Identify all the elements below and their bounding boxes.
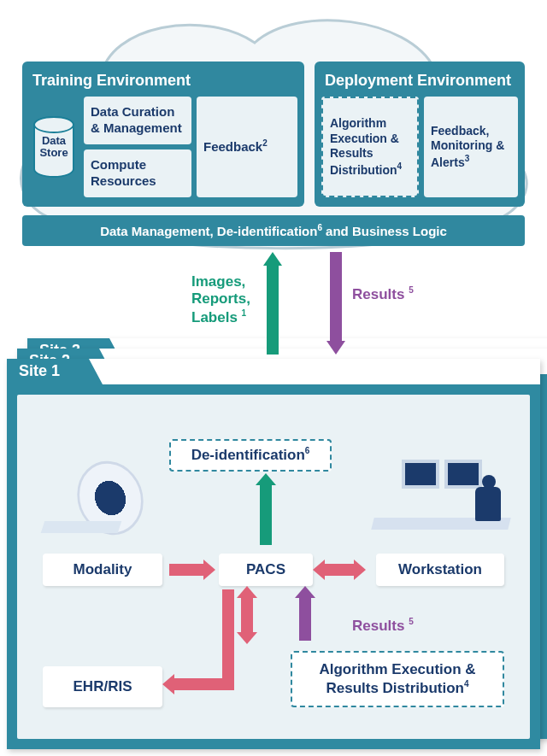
data-curation-card: Data Curation & Management: [84, 97, 191, 144]
pacs-to-ehr-arrow-vert-icon: [222, 589, 234, 682]
pacs-workstation-arrow-icon: [323, 564, 356, 576]
feedback-monitoring-alerts-label: Feedback, Monitoring & Alerts3: [431, 124, 511, 170]
modality-node: Modality: [43, 554, 162, 586]
training-feedback-label: Feedback2: [203, 138, 268, 155]
de-identification-label: De-identification6: [191, 446, 310, 464]
modality-to-pacs-arrow-icon: [169, 564, 205, 576]
algoexec-to-pacs-arrow-icon: [299, 596, 311, 641]
algorithm-execution-cloud-card: Algorithm Execution & Results Distributi…: [321, 97, 419, 197]
workstation-illustration-icon: [373, 446, 509, 548]
workstation-label: Workstation: [398, 561, 482, 578]
algorithm-execution-site-label: Algorithm Execution & Results Distributi…: [296, 661, 499, 696]
workstation-node: Workstation: [376, 554, 504, 586]
algorithm-execution-cloud-label: Algorithm Execution & Results Distributi…: [330, 116, 410, 178]
compute-resources-label: Compute Resources: [91, 157, 185, 190]
pacs-algoexec-arrow-icon: [241, 596, 253, 634]
upload-flow-label: Images, Reports, Labels 1: [191, 273, 268, 326]
deployment-environment-title: Deployment Environment: [321, 68, 518, 97]
algorithm-execution-site-node: Algorithm Execution & Results Distributi…: [291, 651, 504, 707]
results-flow-label: Results 5: [352, 285, 414, 303]
pacs-label: PACS: [246, 561, 285, 578]
training-environment-title: Training Environment: [29, 68, 297, 97]
compute-resources-card: Compute Resources: [84, 149, 191, 197]
data-curation-label: Data Curation & Management: [91, 104, 185, 137]
data-store-cylinder-icon: Data Store: [33, 116, 74, 178]
cloud-region: Training Environment Data Store Data Cur…: [7, 9, 540, 252]
data-store-label: Data Store: [35, 135, 73, 160]
feedback-monitoring-alerts-card: Feedback, Monitoring & Alerts3: [424, 97, 518, 197]
site-1-inner: De-identification6 Modality PACS Worksta…: [17, 395, 530, 739]
mri-scanner-icon: [43, 446, 162, 548]
ehr-ris-label: EHR/RIS: [74, 678, 132, 695]
modality-label: Modality: [74, 561, 132, 578]
sites-region: Site 3 Site 2 Site 1 De-identification6 …: [7, 359, 540, 749]
deployment-environment-panel: Deployment Environment Algorithm Executi…: [315, 62, 525, 207]
training-environment-panel: Training Environment Data Store Data Cur…: [22, 62, 304, 207]
data-management-bar-label: Data Management, De-identification6 and …: [100, 223, 447, 238]
training-feedback-card: Feedback2: [197, 97, 297, 197]
pacs-to-deid-arrow-icon: [260, 483, 272, 545]
de-identification-node: De-identification6: [169, 439, 332, 472]
site-1-label: Site 1: [19, 362, 60, 380]
ehr-ris-node: EHR/RIS: [43, 666, 162, 707]
results-arrow-icon: [326, 252, 345, 355]
site-1-tab: Site 1 De-identification6 Modality PACS …: [7, 359, 540, 749]
data-management-bar: Data Management, De-identification6 and …: [22, 215, 525, 246]
pacs-to-ehr-arrow-horiz-icon: [173, 678, 234, 690]
pacs-node: PACS: [219, 554, 313, 586]
results-flow-label-inner: Results 5: [352, 617, 414, 635]
